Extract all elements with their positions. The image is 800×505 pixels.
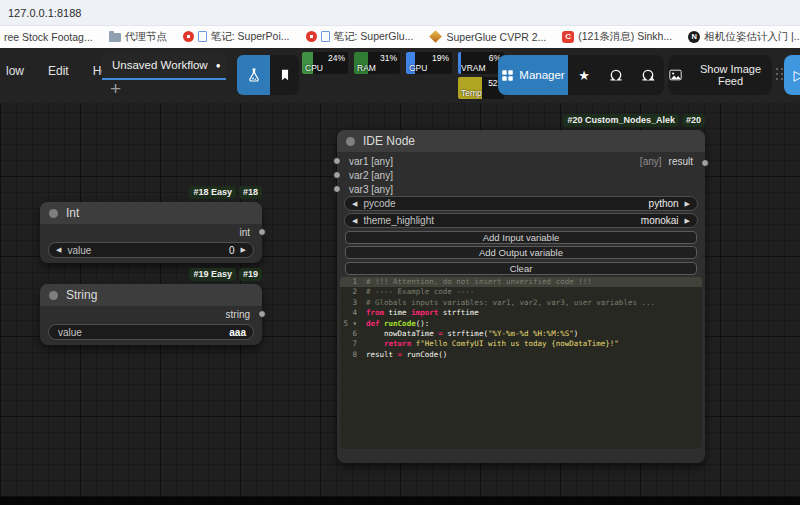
string-node-badges: #19 Easy#19 <box>40 268 262 281</box>
bookmark-item[interactable]: SuperGlue CVPR 2... <box>429 31 546 43</box>
bookmark-label: 笔记: SuperPoi... <box>211 30 290 44</box>
monitor-cpu: 24%CPU <box>302 52 348 74</box>
ide-node-header[interactable]: IDE Node <box>337 130 705 152</box>
combo-right-arrow-icon[interactable]: ▶ <box>685 200 690 208</box>
input-slot-label: var1 [any] <box>349 156 393 167</box>
collapse-dot-icon[interactable] <box>49 291 58 300</box>
bookmark-item[interactable]: 代理节点 <box>109 30 167 44</box>
workflow-tab[interactable]: Unsaved Workflow ● <box>102 52 226 80</box>
bookmarks-bar: ree Stock Footag...代理节点笔记: SuperPoi...笔记… <box>0 26 800 47</box>
combo-right-arrow-icon[interactable]: ▶ <box>685 217 690 225</box>
note-icon <box>198 31 207 42</box>
collapse-dot-icon[interactable] <box>346 137 355 146</box>
puzzle-icon <box>501 69 514 82</box>
line-number: 4 <box>340 308 362 318</box>
bookmark-item[interactable]: C(121条消息) Sinkh... <box>562 30 672 44</box>
int-node[interactable]: Int int ◀ value 0 ▶ <box>40 202 262 263</box>
code-line[interactable]: 5 ▾def runCode(): <box>340 319 702 329</box>
monitor-value: 24% <box>328 53 345 63</box>
node-canvas[interactable]: #20 Custom_Nodes_Alek#20 IDE Node [any] … <box>0 103 800 497</box>
monitor-label: RAM <box>357 63 376 73</box>
int-node-header[interactable]: Int <box>40 202 262 224</box>
string-value-widget[interactable]: value aaa <box>48 324 254 340</box>
code-line[interactable]: 4from time import strftime <box>340 308 702 318</box>
bookmark-item[interactable]: 笔记: SuperPoi... <box>183 30 290 44</box>
new-workflow-button[interactable]: + <box>110 78 121 100</box>
monitor-label: CPU <box>305 63 323 73</box>
code-line-text: # Globals inputs variables: var1, var2, … <box>362 298 655 308</box>
add-input-variable-button[interactable]: Add Input variable <box>345 231 697 244</box>
star-button[interactable]: ★ <box>568 55 600 95</box>
workflow-tab-label: Unsaved Workflow <box>112 59 208 71</box>
clear-button[interactable]: Clear <box>345 262 697 275</box>
bell-button-1[interactable] <box>600 55 632 95</box>
browser-chrome: 127.0.0.1:8188 ree Stock Footag...代理节点笔记… <box>0 0 800 48</box>
node-id-badge: #19 <box>239 268 262 281</box>
pycode-combo-widget[interactable]: ◀ pycode python ▶ <box>344 196 698 211</box>
decrement-arrow-icon[interactable]: ◀ <box>56 246 61 254</box>
code-line[interactable]: 1# !!! Attention, do not insert unverifi… <box>340 277 702 287</box>
combo-label: pycode <box>363 198 395 209</box>
combo-value: monokai <box>641 215 679 226</box>
folder-icon <box>109 33 121 42</box>
line-number: 5 ▾ <box>340 319 362 329</box>
bookmark-item[interactable]: N相机位姿估计入门 |... <box>688 30 800 44</box>
manager-button[interactable]: Manager <box>498 55 568 95</box>
taskbar-strip <box>0 497 800 505</box>
workflows-sidebar-button[interactable] <box>237 55 270 95</box>
code-line[interactable]: 7 return f"Hello ComfyUI with us today {… <box>340 339 702 349</box>
combo-left-arrow-icon[interactable]: ◀ <box>352 200 357 208</box>
output-connection-dot[interactable] <box>258 310 266 318</box>
address-bar[interactable]: 127.0.0.1:8188 <box>0 0 800 26</box>
widget-label: value <box>67 245 91 256</box>
line-number: 1 <box>340 277 362 287</box>
bell-button-2[interactable] <box>632 55 664 95</box>
increment-arrow-icon[interactable]: ▶ <box>241 246 246 254</box>
input-slot-label: var2 [any] <box>349 170 393 181</box>
monitor-label: GPU <box>409 63 427 73</box>
widget-value: 0 <box>229 245 235 256</box>
note-icon <box>321 31 330 42</box>
ide-node[interactable]: IDE Node [any] result var1 [any]var2 [an… <box>337 130 705 463</box>
play-icon: ▷ <box>794 67 800 83</box>
node-id-badge: #20 <box>682 114 705 127</box>
theme-highlight-combo-widget[interactable]: ◀ theme_highlight monokai ▶ <box>344 213 698 228</box>
menu-item-low[interactable]: low <box>6 64 24 78</box>
input-connection-dot[interactable] <box>333 185 341 193</box>
int-output-slot: int <box>40 224 262 240</box>
input-connection-dot[interactable] <box>333 171 341 179</box>
int-value-widget[interactable]: ◀ value 0 ▶ <box>48 242 254 258</box>
image-feed-icon <box>668 68 683 82</box>
code-line[interactable]: 6 nowDataTime = strftime("%Y-%m-%d %H:%M… <box>340 329 702 339</box>
code-line[interactable]: 3# Globals inputs variables: var1, var2,… <box>340 298 702 308</box>
bookmark-item[interactable]: 笔记: SuperGlu... <box>306 30 414 44</box>
bookmark-label: SuperGlue CVPR 2... <box>446 31 546 43</box>
monitor-ram: 31%RAM <box>354 52 400 74</box>
collapse-dot-icon[interactable] <box>49 209 58 218</box>
ide-node-badges: #20 Custom_Nodes_Alek#20 <box>337 114 705 127</box>
widget-value: aaa <box>229 327 246 338</box>
line-number: 7 <box>340 339 362 349</box>
code-editor[interactable]: 1# !!! Attention, do not insert unverifi… <box>340 277 702 449</box>
code-line[interactable]: 2# ---- Example code ---- <box>340 287 702 297</box>
input-connection-dot[interactable] <box>333 157 341 165</box>
add-output-variable-button[interactable]: Add Output variable <box>345 246 697 259</box>
image-feed-label: Show Image Feed <box>689 63 772 87</box>
output-connection-dot[interactable] <box>258 228 266 236</box>
code-line[interactable]: 8result = runCode() <box>340 350 702 360</box>
menu-item-edit[interactable]: Edit <box>48 64 69 78</box>
node-nickname-badge: #20 Custom_Nodes_Alek <box>563 114 679 127</box>
bookmark-workflow-button[interactable] <box>270 55 299 95</box>
string-node[interactable]: String string value aaa <box>40 284 262 345</box>
string-node-header[interactable]: String <box>40 284 262 306</box>
drag-handle[interactable] <box>776 68 784 81</box>
bookmark-item[interactable]: ree Stock Footag... <box>4 31 93 43</box>
input-slot-row: var1 [any] <box>337 154 705 168</box>
unsaved-dot-icon: ● <box>216 61 221 70</box>
monitor-label: Temp <box>461 88 482 98</box>
combo-left-arrow-icon[interactable]: ◀ <box>352 217 357 225</box>
show-image-feed-button[interactable]: Show Image Feed <box>668 55 772 95</box>
bookmark-label: 代理节点 <box>125 30 167 44</box>
brush-icon <box>430 30 443 43</box>
queue-prompt-button[interactable]: ▷ <box>784 55 800 95</box>
